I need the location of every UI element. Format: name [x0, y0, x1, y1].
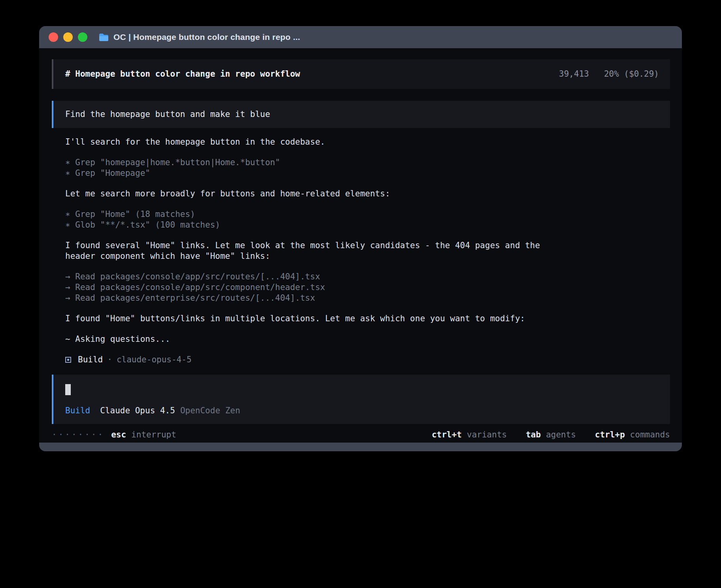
tool-call-grep: ∗ Grep "Home" (18 matches) [65, 209, 670, 220]
task-status-row: Build · claude-opus-4-5 [65, 354, 670, 365]
input-provider-label: OpenCode Zen [180, 405, 240, 416]
tool-call-read: → Read packages/console/app/src/componen… [65, 282, 670, 293]
titlebar-title-group: OC | Homepage button color change in rep… [98, 32, 300, 42]
assistant-paragraph: I found "Home" buttons/links in multiple… [65, 313, 670, 324]
assistant-text: I found several "Home" links. Let me loo… [65, 240, 563, 262]
minimize-button[interactable] [63, 32, 73, 42]
shortcut-commands: ctrl+p commands [595, 430, 670, 440]
agent-name: Build [78, 354, 103, 365]
assistant-response: I'll search for the homepage button in t… [52, 137, 670, 365]
status-bar: ········ esc interrupt ctrl+t variants t… [52, 430, 670, 440]
assistant-paragraph: Let me search more broadly for buttons a… [65, 188, 670, 199]
tool-call-read: → Read packages/console/app/src/routes/[… [65, 271, 670, 282]
agent-status-icon [65, 357, 71, 363]
close-button[interactable] [49, 32, 58, 42]
statusbar-right: ctrl+t variants tab agents ctrl+p comman… [432, 430, 670, 440]
window-title: OC | Homepage button color change in rep… [113, 32, 300, 42]
assistant-paragraph: I'll search for the homepage button in t… [65, 137, 670, 147]
assistant-status-line: ~ Asking questions... [65, 334, 670, 345]
spinner-dots: ········ [52, 430, 104, 440]
shortcut-agents: tab agents [526, 430, 576, 440]
folder-icon [98, 33, 109, 42]
user-message-text: Find the homepage button and make it blu… [65, 109, 270, 119]
shortcut-variants: ctrl+t variants [432, 430, 507, 440]
ctrl-p-key: ctrl+p [595, 430, 625, 440]
tool-call-glob: ∗ Glob "**/*.tsx" (100 matches) [65, 220, 670, 230]
tool-call-grep: ∗ Grep "Homepage" [65, 168, 670, 179]
variants-label: variants [467, 430, 507, 440]
statusbar-left: ········ esc interrupt [52, 430, 176, 440]
terminal-window: OC | Homepage button color change in rep… [39, 26, 682, 451]
commands-label: commands [630, 430, 670, 440]
assistant-paragraph: I found several "Home" links. Let me loo… [65, 240, 670, 262]
tool-call-group: → Read packages/console/app/src/routes/[… [65, 271, 670, 303]
assistant-text: Let me search more broadly for buttons a… [65, 188, 563, 199]
text-cursor [65, 384, 71, 395]
assistant-text: I'll search for the homepage button in t… [65, 137, 563, 147]
terminal-content: # Homepage button color change in repo w… [39, 48, 682, 443]
agents-label: agents [546, 430, 576, 440]
input-agent-label: Build [65, 405, 90, 416]
shortcut-interrupt: esc interrupt [111, 430, 176, 440]
input-model-label: Claude Opus 4.5 [100, 405, 175, 416]
assistant-text: I found "Home" buttons/links in multiple… [65, 313, 563, 324]
tool-call-group: ∗ Grep "Home" (18 matches) ∗ Glob "**/*.… [65, 209, 670, 230]
model-name: claude-opus-4-5 [117, 354, 192, 365]
tool-call-grep: ∗ Grep "homepage|home.*button|Home.*butt… [65, 157, 670, 168]
tool-call-read: → Read packages/enterprise/src/routes/[.… [65, 293, 670, 303]
window-titlebar[interactable]: OC | Homepage button color change in rep… [39, 26, 682, 48]
tool-call-group: ∗ Grep "homepage|home.*button|Home.*butt… [65, 157, 670, 179]
token-count: 39,413 [559, 69, 589, 79]
zoom-button[interactable] [78, 32, 87, 42]
esc-key: esc [111, 430, 126, 440]
session-stats: 39,413 20% ($0.29) [559, 69, 659, 79]
input-status-row: Build Claude Opus 4.5 OpenCode Zen [65, 405, 659, 416]
context-usage: 20% ($0.29) [604, 69, 659, 79]
session-header: # Homepage button color change in repo w… [52, 59, 670, 89]
tab-key: tab [526, 430, 541, 440]
asking-questions-status: ~ Asking questions... [65, 334, 563, 345]
traffic-lights [45, 32, 87, 42]
session-title: # Homepage button color change in repo w… [65, 69, 300, 79]
esc-label: interrupt [131, 430, 176, 440]
user-message: Find the homepage button and make it blu… [52, 101, 670, 128]
separator-dot: · [107, 354, 112, 365]
ctrl-t-key: ctrl+t [432, 430, 462, 440]
prompt-input[interactable]: Build Claude Opus 4.5 OpenCode Zen [52, 375, 670, 424]
